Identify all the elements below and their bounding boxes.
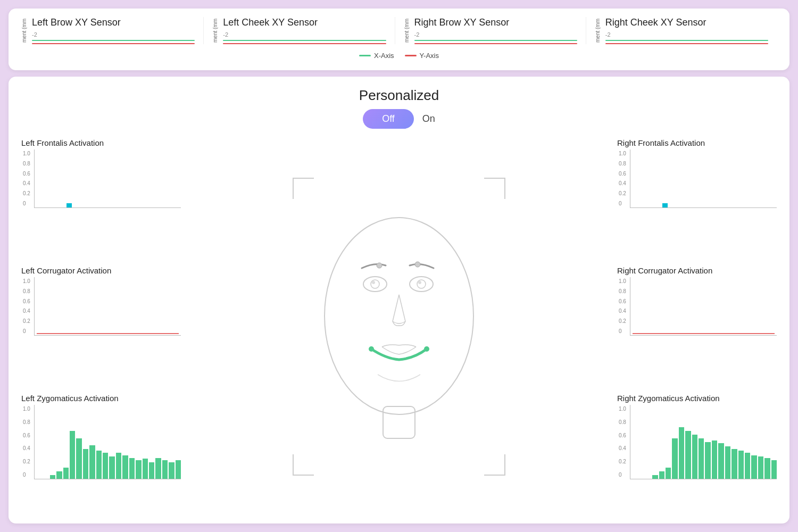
right-zygomaticus-bars [633, 405, 777, 479]
right-column: Right Frontalis Activation 1.0 0.8 0.6 0… [617, 138, 777, 515]
right-corrugator-line [633, 333, 775, 334]
left-brow-content: Left Brow XY Sensor -2 [32, 17, 195, 44]
svg-point-0 [325, 218, 473, 414]
right-cheek-y-line [605, 43, 768, 44]
svg-point-2 [363, 277, 387, 292]
right-cheek-axis: -2 [605, 31, 768, 38]
left-cheek-y-line [223, 43, 386, 44]
right-zygomaticus-title: Right Zygomaticus Activation [617, 394, 777, 403]
right-corrugator-panel: Right Corrugator Activation 1.0 0.8 0.6 … [617, 266, 777, 387]
left-cheek-y-label: ment (mm [212, 19, 219, 43]
left-cheek-content: Left Cheek XY Sensor -2 [223, 17, 386, 44]
svg-rect-1 [383, 406, 415, 438]
right-brow-sensor-block: ment (mm Right Brow XY Sensor -2 [395, 17, 586, 44]
left-corrugator-panel: Left Corrugator Activation 1.0 0.8 0.6 0… [21, 266, 181, 387]
svg-point-11 [415, 262, 420, 267]
svg-point-6 [417, 280, 426, 288]
right-brow-axis: -2 [414, 31, 577, 38]
left-brow-sensor-block: ment (mm Left Brow XY Sensor -2 [21, 17, 203, 44]
on-toggle-label: On [422, 113, 435, 124]
face-frame [293, 178, 505, 476]
right-brow-content: Right Brow XY Sensor -2 [414, 17, 577, 44]
left-brow-x-line [32, 40, 195, 41]
sensor-row: ment (mm Left Brow XY Sensor -2 ment (mm… [21, 17, 777, 44]
svg-point-5 [410, 277, 433, 292]
left-cheek-sensor-block: ment (mm Left Cheek XY Sensor -2 [203, 17, 394, 44]
svg-point-8 [369, 346, 374, 352]
legend-row: X-Axis Y-Axis [21, 52, 777, 60]
y-axis-legend-label: Y-Axis [420, 52, 439, 60]
left-column: Left Frontalis Activation 1.0 0.8 0.6 0.… [21, 138, 181, 515]
left-zygomaticus-bars [37, 405, 181, 479]
right-frontalis-bar [662, 203, 668, 207]
toggle-row: Off On [21, 109, 777, 129]
face-center [181, 138, 617, 515]
x-axis-legend-label: X-Axis [374, 52, 394, 60]
left-brow-y-label: ment (mm [21, 19, 28, 43]
right-cheek-x-line [605, 40, 768, 41]
right-cheek-content: Right Cheek XY Sensor -2 [605, 17, 768, 44]
y-axis-legend-dot [405, 55, 417, 56]
face-svg [293, 178, 505, 476]
x-axis-legend: X-Axis [359, 52, 394, 60]
right-brow-x-line [414, 40, 577, 41]
y-axis-legend: Y-Axis [405, 52, 439, 60]
personalized-title: Personalized [21, 87, 777, 104]
x-axis-legend-dot [359, 55, 371, 56]
left-frontalis-panel: Left Frontalis Activation 1.0 0.8 0.6 0.… [21, 138, 181, 260]
svg-point-7 [418, 281, 421, 284]
svg-point-9 [424, 346, 429, 352]
left-cheek-title: Left Cheek XY Sensor [223, 17, 386, 28]
left-cheek-axis: -2 [223, 31, 386, 38]
top-sensor-panel: ment (mm Left Brow XY Sensor -2 ment (mm… [9, 9, 789, 70]
off-toggle-button[interactable]: Off [363, 109, 414, 129]
svg-point-4 [372, 281, 375, 284]
svg-point-3 [371, 280, 379, 288]
bottom-panel: Personalized Off On Left Frontalis Activ… [9, 77, 789, 523]
left-zygomaticus-title: Left Zygomaticus Activation [21, 394, 181, 403]
left-frontalis-bar [66, 203, 72, 207]
right-brow-y-line [414, 43, 577, 44]
right-cheek-sensor-block: ment (mm Right Cheek XY Sensor -2 [586, 17, 777, 44]
left-corrugator-line [37, 333, 179, 334]
left-zygomaticus-panel: Left Zygomaticus Activation 1.0 0.8 0.6 … [21, 394, 181, 515]
right-brow-y-label: ment (mm [404, 19, 410, 43]
left-brow-axis: -2 [32, 31, 195, 38]
content-area: Left Frontalis Activation 1.0 0.8 0.6 0.… [21, 138, 777, 515]
right-brow-title: Right Brow XY Sensor [414, 17, 577, 28]
right-corrugator-title: Right Corrugator Activation [617, 266, 777, 275]
left-cheek-x-line [223, 40, 386, 41]
left-frontalis-title: Left Frontalis Activation [21, 138, 181, 147]
right-frontalis-title: Right Frontalis Activation [617, 138, 777, 147]
svg-point-10 [377, 263, 382, 268]
right-zygomaticus-panel: Right Zygomaticus Activation 1.0 0.8 0.6… [617, 394, 777, 515]
right-frontalis-panel: Right Frontalis Activation 1.0 0.8 0.6 0… [617, 138, 777, 260]
left-brow-title: Left Brow XY Sensor [32, 17, 195, 28]
right-cheek-title: Right Cheek XY Sensor [605, 17, 768, 28]
left-corrugator-title: Left Corrugator Activation [21, 266, 181, 275]
personalized-header: Personalized Off On [21, 87, 777, 129]
left-brow-y-line [32, 43, 195, 44]
right-cheek-y-label: ment (mm [595, 19, 601, 43]
